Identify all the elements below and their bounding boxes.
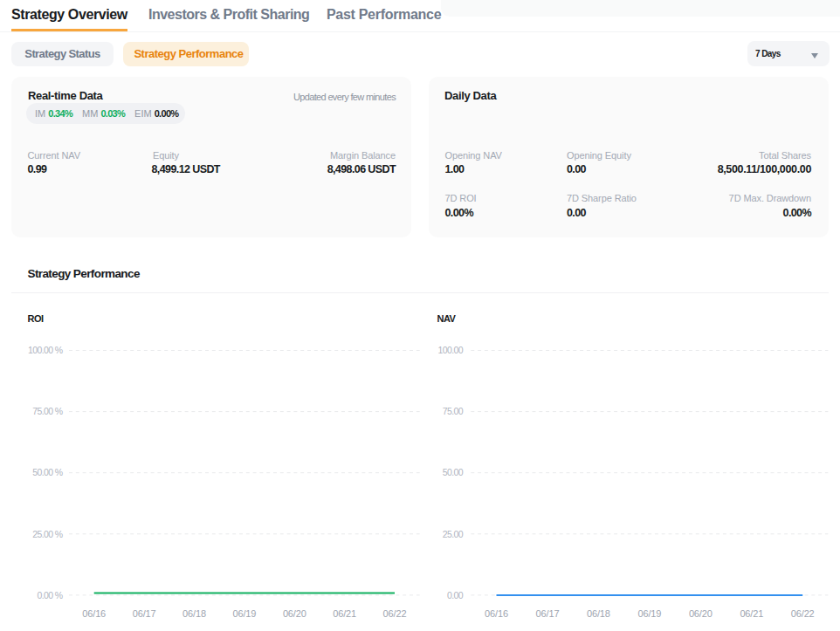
svg-text:75.00: 75.00 xyxy=(443,406,464,416)
svg-text:06/17: 06/17 xyxy=(536,608,560,619)
svg-text:0.00 %: 0.00 % xyxy=(37,590,62,600)
svg-text:06/20: 06/20 xyxy=(689,608,713,619)
svg-text:06/20: 06/20 xyxy=(283,608,306,619)
svg-text:25.00 %: 25.00 % xyxy=(32,529,63,539)
svg-text:06/16: 06/16 xyxy=(485,608,508,619)
svg-text:50.00: 50.00 xyxy=(443,467,464,477)
svg-text:06/18: 06/18 xyxy=(587,608,610,619)
svg-text:06/19: 06/19 xyxy=(233,608,257,619)
svg-text:06/21: 06/21 xyxy=(333,608,356,619)
svg-text:06/16: 06/16 xyxy=(82,608,106,619)
svg-text:06/19: 06/19 xyxy=(638,608,662,619)
svg-text:100.00: 100.00 xyxy=(437,345,463,355)
svg-text:100.00 %: 100.00 % xyxy=(28,345,63,355)
svg-text:0.00: 0.00 xyxy=(447,590,464,600)
svg-text:06/17: 06/17 xyxy=(133,608,156,619)
svg-text:06/22: 06/22 xyxy=(791,608,815,619)
svg-text:75.00 %: 75.00 % xyxy=(32,406,63,416)
svg-text:06/22: 06/22 xyxy=(383,608,407,619)
svg-text:25.00: 25.00 xyxy=(443,529,464,539)
svg-text:06/21: 06/21 xyxy=(740,608,763,619)
svg-text:06/18: 06/18 xyxy=(182,608,206,619)
svg-text:50.00 %: 50.00 % xyxy=(32,467,63,477)
